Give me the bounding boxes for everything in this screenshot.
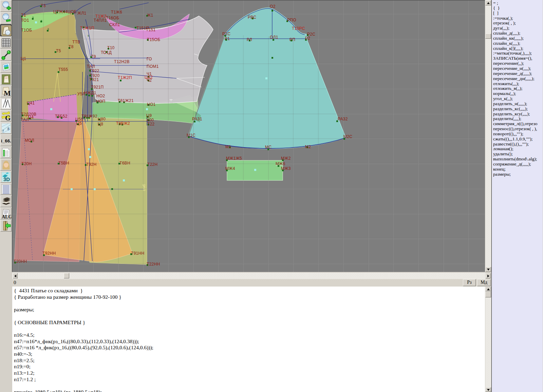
svg-text:Т8ВЖ2: Т8ВЖ2: [116, 121, 130, 126]
svg-text:ЖЛ1: ЖЛ1: [77, 11, 87, 16]
svg-text:Ц1: Ц1: [21, 56, 26, 61]
svg-text:РЛ: РЛ: [247, 37, 252, 42]
svg-text:Т15ОБ: Т15ОБ: [147, 37, 160, 42]
svg-text:МЖ3: МЖ3: [281, 166, 291, 171]
svg-text:7: 7: [2, 130, 4, 133]
svg-text:Т4ПЛ1: Т4ПЛ1: [94, 18, 107, 23]
svg-text:сгиб: сгиб: [142, 184, 146, 191]
svg-text:МЖ2: МЖ2: [281, 156, 291, 161]
svg-text:ТО1: ТО1: [21, 18, 29, 23]
svg-text:Т9: Т9: [91, 54, 96, 59]
svg-text:М2С: М2С: [343, 134, 352, 139]
svg-text:ТАЛ: ТАЛ: [21, 117, 29, 122]
svg-text:Т5ВН: Т5ВН: [58, 161, 69, 165]
svg-text:М1: М1: [225, 144, 231, 149]
svg-text:МОЛ: МОЛ: [25, 138, 34, 143]
svg-text:Т22Н: Т22Н: [147, 162, 158, 167]
svg-text:ТТВ: ТТВ: [72, 40, 80, 44]
svg-text:Т61Ж21: Т61Ж21: [118, 98, 134, 103]
svg-text:Т1Ж2П: Т1Ж2П: [118, 75, 132, 80]
svg-text:Т5: Т5: [56, 48, 61, 53]
svg-text:Т3: Т3: [41, 3, 46, 8]
svg-text:У5Л: У5Л: [77, 92, 85, 96]
svg-text:ALG: ALG: [2, 214, 11, 219]
svg-text:Т92Н: Т92Н: [86, 162, 97, 167]
svg-text:s: s: [41, 19, 42, 22]
svg-text:ЦТЖ44ЦОБ: ЦТЖ44ЦОБ: [53, 9, 77, 14]
svg-text:Т922: Т922: [90, 68, 99, 73]
svg-text:Т5Б52: Т5Б52: [55, 114, 68, 119]
svg-text:ТАЛ: ТАЛ: [87, 64, 95, 69]
svg-text:Т12Н2В: Т12Н2В: [114, 59, 130, 64]
svg-text:О2: О2: [270, 4, 276, 9]
svg-text:Т1Ж1П: Т1Ж1П: [80, 26, 94, 31]
svg-text:Т16ОБ: Т16ОБ: [106, 16, 119, 20]
svg-text:Т1ОБ: Т1ОБ: [21, 28, 32, 33]
svg-text:ГО: ГО: [147, 57, 152, 61]
svg-text:РПО: РПО: [287, 18, 296, 22]
svg-text:М1С: М1С: [187, 133, 195, 138]
svg-text:СКЛ1: СКЛ1: [109, 22, 120, 27]
svg-text:Т6ВН: Т6ВН: [119, 161, 130, 165]
svg-text:Т22НН: Т22НН: [147, 262, 160, 267]
svg-text:РА32: РА32: [338, 117, 348, 121]
svg-text:НОП: НОП: [96, 99, 106, 104]
svg-text:Т92НН: Т92НН: [42, 251, 56, 256]
svg-text:M: M: [4, 89, 11, 97]
svg-text:Т1Ж6: Т1Ж6: [111, 10, 122, 15]
svg-text:Ц4: Ц4: [28, 115, 34, 120]
svg-text:МЖ6: МЖ6: [276, 161, 285, 166]
svg-text:МЖ1Ж5: МЖ1Ж5: [226, 156, 242, 161]
svg-text:МЖ4: МЖ4: [225, 166, 235, 171]
svg-text:Ц41: Ц41: [27, 101, 35, 105]
svg-text:Т10РС: Т10РС: [292, 26, 305, 31]
svg-text:Т20Н: Т20Н: [21, 161, 32, 166]
svg-text:Ц9: Ц9: [146, 113, 152, 118]
svg-text:Т555: Т555: [58, 67, 68, 72]
svg-text:МС: МС: [265, 145, 272, 150]
svg-text:НЖД1: НЖД1: [84, 91, 96, 95]
svg-text:Т20НН: Т20НН: [14, 259, 27, 264]
svg-text:Ц5: Ц5: [76, 121, 82, 126]
svg-text:i_66.: i_66.: [1, 138, 11, 143]
svg-text:НО2: НО2: [96, 94, 105, 98]
svg-text:Ч2: Ч2: [147, 78, 152, 83]
svg-text:РП: РП: [289, 37, 295, 42]
svg-text:Ц80: Ц80: [98, 117, 106, 121]
svg-text:РВС: РВС: [248, 15, 256, 20]
svg-text:8: 8: [7, 127, 10, 131]
svg-text:ОЛ1: ОЛ1: [270, 35, 278, 40]
svg-text:3D: 3D: [3, 176, 10, 182]
svg-text:РА31: РА31: [192, 117, 202, 121]
svg-text:Т22: Т22: [147, 122, 155, 126]
svg-text:Т921П: Т921П: [91, 85, 104, 90]
svg-text:Т151: Т151: [146, 27, 156, 32]
svg-text:Ц8: Ц8: [98, 122, 103, 126]
svg-text:Т1: Т1: [21, 13, 26, 18]
svg-text:s: s: [32, 16, 34, 19]
svg-text:Т921: Т921: [89, 77, 99, 82]
svg-text:s: s: [48, 27, 49, 31]
svg-text:Р2С: Р2С: [307, 32, 315, 37]
svg-text:ТО1Д: ТО1Д: [101, 50, 112, 55]
svg-text:Т91НН: Т91НН: [131, 251, 145, 256]
svg-text:s: s: [88, 34, 89, 37]
svg-text:Р1: Р1: [225, 36, 230, 41]
svg-text:G: G: [5, 114, 11, 121]
svg-text:М2: М2: [305, 144, 311, 149]
svg-text:Ж1: Ж1: [147, 13, 153, 18]
svg-text:Т91Ж92: Т91Ж92: [81, 114, 97, 119]
svg-text:Р1С: Р1С: [222, 32, 230, 36]
svg-text:ПОМ1: ПОМ1: [147, 64, 159, 69]
svg-text:Т10: Т10: [107, 45, 115, 50]
svg-text:Т8: Т8: [69, 44, 74, 49]
svg-text:Р2: Р2: [305, 36, 310, 41]
svg-text:НО1: НО1: [147, 102, 156, 107]
